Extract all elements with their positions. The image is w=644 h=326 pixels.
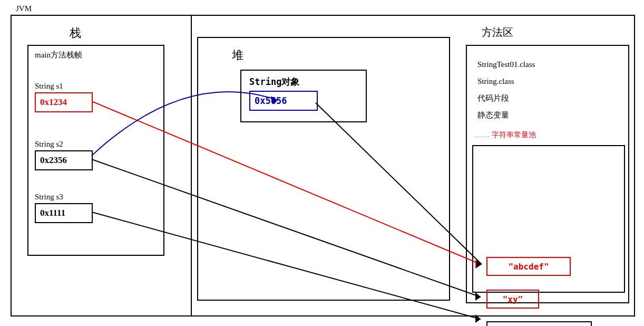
- string-obj-value: 0x5656: [255, 95, 287, 106]
- pool-border: "abcdef" "xy" "abcdefxy": [472, 145, 625, 293]
- string-obj-outer: String对象 0x5656: [240, 70, 367, 122]
- stack-section: 栈 main方法栈帧 String s1 0x1234 String s2 0x…: [12, 16, 191, 315]
- stack-label: 栈: [70, 25, 81, 41]
- s2-value: 0x2356: [40, 155, 67, 166]
- method-item-1: String.class: [477, 73, 535, 89]
- method-items: StringTest01.class String.class 代码片段 静态变…: [477, 56, 535, 124]
- method-item-2: 代码片段: [477, 90, 535, 106]
- method-item-3: 静态变量: [477, 107, 535, 123]
- pool-dots: ……: [475, 131, 490, 139]
- heap-border: 堆 String对象 0x5656: [197, 37, 450, 301]
- pool-item-xy: "xy": [486, 290, 539, 309]
- pool-label: ……字符串常量池: [475, 130, 536, 140]
- s1-label: String s1: [35, 82, 63, 91]
- s3-box: 0x1111: [35, 203, 93, 223]
- s1-box: 0x1234: [35, 92, 93, 112]
- pool-item-abcdefxy: "abcdefxy": [486, 321, 592, 326]
- jvm-container: 栈 main方法栈帧 String s1 0x1234 String s2 0x…: [11, 15, 635, 317]
- heap-section: 堆 String对象 0x5656: [192, 16, 461, 315]
- method-area-label: 方法区: [482, 25, 513, 40]
- method-section: 方法区 StringTest01.class String.class 代码片段…: [461, 16, 636, 315]
- s1-value: 0x1234: [40, 97, 67, 108]
- pool-item-abcdef: "abcdef": [486, 257, 571, 276]
- s2-box: 0x2356: [35, 150, 93, 170]
- method-border: StringTest01.class String.class 代码片段 静态变…: [466, 45, 629, 303]
- svg-marker-8: [475, 314, 481, 323]
- string-obj-inner: 0x5656: [249, 91, 318, 111]
- s2-label: String s2: [35, 140, 63, 149]
- heap-label: 堆: [230, 47, 246, 63]
- s3-value: 0x1111: [40, 208, 65, 218]
- s3-label: String s3: [35, 193, 63, 202]
- main-frame: main方法栈帧 String s1 0x1234 String s2 0x23…: [27, 45, 164, 256]
- method-item-0: StringTest01.class: [477, 56, 535, 72]
- string-obj-label: String对象: [249, 76, 299, 88]
- main-frame-label: main方法栈帧: [35, 50, 82, 60]
- jvm-title: JVM: [16, 4, 32, 13]
- pool-label-text: 字符串常量池: [492, 131, 536, 139]
